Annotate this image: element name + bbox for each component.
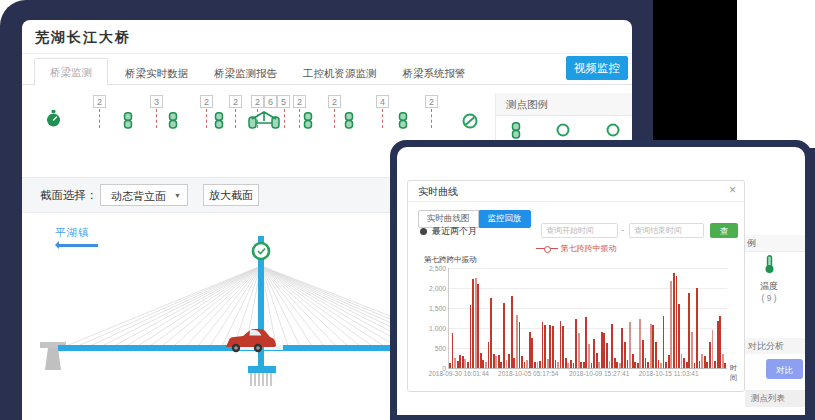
y-tick-label: 1,000: [429, 325, 446, 332]
temperature-legend-item[interactable]: 温度 ( 9 ): [749, 255, 789, 303]
compare-section-header: 对比分析: [745, 338, 805, 354]
legend-marker-icon: [536, 245, 558, 252]
sensor-dash-line: [382, 109, 383, 128]
sensor-count: 6: [264, 95, 277, 108]
x-tick-label: 2018-10-05 05:17:54: [498, 370, 558, 377]
radio-dot-icon: [420, 228, 427, 235]
sensor-count-group: 2: [229, 95, 242, 108]
car: [226, 329, 276, 352]
link-sensor-icon[interactable]: [397, 112, 409, 133]
tab-monitor-report[interactable]: 桥梁监测报告: [214, 60, 277, 86]
sensor-count-group: 4: [376, 95, 389, 108]
tab-monitor-playback[interactable]: 监控回放: [479, 210, 531, 228]
section-dropdown-value: 动态背立面: [111, 190, 166, 202]
compare-analysis-button[interactable]: 对比分析: [766, 359, 803, 379]
sensor-count-group: 2 6 5: [251, 95, 290, 108]
modal-window: 实时曲线 × 实时曲线图监控回放 最近两个月 - 查询 第七跨跨中振动 第七跨跨…: [390, 140, 812, 420]
sensor-count: 2: [425, 95, 438, 108]
sensor-count-group: 2: [293, 95, 306, 108]
link-sensor-icon[interactable]: [343, 112, 355, 133]
sensor-count: 2: [93, 95, 106, 108]
sensor-count: 2: [251, 95, 264, 108]
temperature-count: ( 9 ): [749, 293, 789, 303]
dialog-header: 实时曲线 ×: [408, 181, 744, 202]
dialog-title: 实时曲线: [418, 185, 458, 199]
page-title: 芜湖长江大桥: [35, 29, 131, 47]
range-separator: -: [621, 225, 624, 235]
chart-x-axis-name: 时间: [730, 363, 737, 383]
left-arrow-icon: [58, 244, 98, 247]
sensor-count: 2: [200, 95, 213, 108]
sensor-count-group: 2: [93, 95, 106, 108]
sensor-count: 2: [328, 95, 341, 108]
abutment: [40, 342, 66, 348]
query-button[interactable]: 查询: [710, 223, 738, 238]
tab-system-alarm[interactable]: 桥梁系统报警: [403, 60, 466, 86]
point-list-header: 测点列表: [745, 390, 805, 407]
side-legend-header: 例: [745, 235, 805, 252]
section-select-label: 截面选择：: [40, 178, 98, 212]
sensor-dash-line: [299, 109, 300, 128]
sensor-count: 2: [293, 95, 306, 108]
chevron-down-icon: ▼: [174, 185, 181, 207]
y-tick-label: 2,000: [429, 285, 446, 292]
section-dropdown[interactable]: 动态背立面 ▼: [100, 184, 188, 206]
link-sensor-icon[interactable]: [122, 112, 134, 133]
sensor-count-group: 2: [328, 95, 341, 108]
y-tick-label: 2,500: [429, 265, 446, 272]
sensor-count: 5: [277, 95, 290, 108]
title-divider: [22, 53, 632, 54]
sensor-count: 3: [150, 95, 163, 108]
radio-label: 最近两个月: [432, 226, 477, 236]
sensor-dash-line: [284, 109, 285, 128]
sensor-count-group: 2: [200, 95, 213, 108]
sensor-dash-line: [206, 109, 207, 128]
modal-window-content: 实时曲线 × 实时曲线图监控回放 最近两个月 - 查询 第七跨跨中振动 第七跨跨…: [397, 147, 805, 415]
temperature-label: 温度: [749, 280, 789, 293]
ban-sensor-icon[interactable]: [462, 113, 478, 133]
circle-legend-icon[interactable]: [606, 123, 620, 141]
bridge-cluster-sensor-icon[interactable]: [248, 111, 280, 133]
tab-realtime-data[interactable]: 桥梁实时数据: [125, 60, 188, 86]
thermometer-icon: [764, 255, 775, 274]
stopwatch-sensor-icon[interactable]: [46, 110, 61, 131]
background-window-sliver: [737, 0, 815, 148]
vibration-chart: 第七跨跨中振动 05001,0001,5002,0002,5002018-09-…: [418, 255, 736, 387]
link-sensor-icon[interactable]: [213, 112, 225, 133]
sensor-count-group: 2: [425, 95, 438, 108]
x-tick-label: 2018-10-09 15:27:41: [569, 370, 629, 377]
sensor-dash-line: [156, 109, 157, 128]
chart-plot: 05001,0001,5002,0002,5002018-09-30 16:01…: [448, 268, 727, 369]
link-sensor-icon[interactable]: [302, 112, 314, 133]
zoom-section-button[interactable]: 放大截面: [203, 184, 259, 206]
query-start-input[interactable]: [541, 223, 618, 238]
query-end-input[interactable]: [629, 223, 704, 238]
place-name-label: 平湖镇: [55, 226, 90, 240]
legend-panel-title: 测点图例: [496, 93, 632, 116]
x-tick-label: 2018-09-30 16:01:44: [429, 370, 489, 377]
close-icon[interactable]: ×: [729, 183, 736, 197]
sensor-count: 2: [229, 95, 242, 108]
background-black-area: [653, 0, 737, 140]
chart-legend[interactable]: 第七跨跨中振动: [408, 243, 744, 254]
tab-ipc-resource[interactable]: 工控机资源监测: [303, 60, 377, 86]
sensor-dash-line: [431, 109, 432, 128]
bridge-pylon: [258, 236, 264, 368]
pylon-piles: [251, 373, 271, 386]
sensor-dash-line: [235, 109, 236, 128]
curve-dialog: 实时曲线 × 实时曲线图监控回放 最近两个月 - 查询 第七跨跨中振动 第七跨跨…: [407, 180, 745, 392]
link-sensor-icon[interactable]: [167, 112, 179, 133]
tab-bridge-monitor[interactable]: 桥梁监测: [34, 58, 108, 86]
pylon-sensor-icon[interactable]: [253, 243, 269, 259]
sensor-count: 4: [376, 95, 389, 108]
sensor-dash-line: [334, 109, 335, 128]
main-tab-bar: 桥梁监测桥梁实时数据桥梁监测报告工控机资源监测桥梁系统报警: [34, 58, 479, 85]
video-monitor-button[interactable]: 视频监控: [566, 56, 628, 80]
recent-two-months-radio[interactable]: 最近两个月: [420, 225, 477, 238]
legend-series-label: 第七跨跨中振动: [561, 244, 617, 253]
circle-legend-icon[interactable]: [556, 123, 570, 141]
x-tick-label: 2018-10-15 11:03:41: [639, 370, 699, 377]
chart-y-title: 第七跨跨中振动: [424, 255, 477, 265]
sensor-count-group: 3: [150, 95, 163, 108]
y-tick-label: 500: [435, 345, 446, 352]
